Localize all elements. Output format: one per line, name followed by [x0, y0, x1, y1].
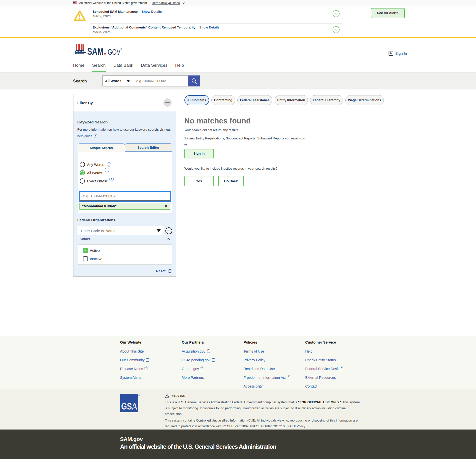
svg-text:®: ®	[120, 48, 122, 50]
svg-text:GOV: GOV	[108, 48, 120, 55]
svg-text:®: ®	[138, 394, 140, 397]
svg-text:SAM: SAM	[87, 46, 103, 55]
